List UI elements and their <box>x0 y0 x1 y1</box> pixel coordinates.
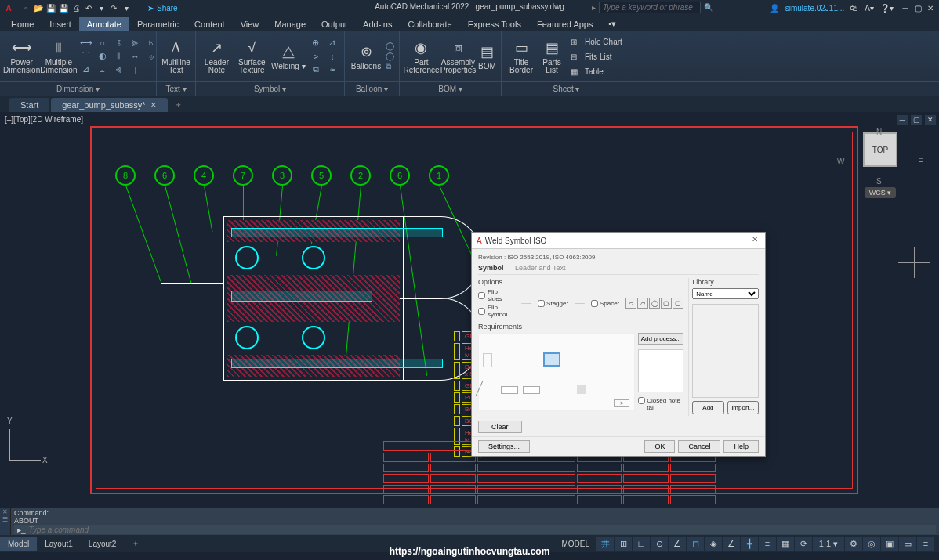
view-cube[interactable]: N E S W TOP WCS ▾ <box>837 128 923 203</box>
ident-btn-5[interactable]: ▢ <box>673 298 683 309</box>
add-process-button[interactable]: Add process... <box>638 333 683 345</box>
ok-button[interactable]: OK <box>644 440 675 453</box>
dialog-tab-leader[interactable]: Leader and Text <box>515 264 565 272</box>
settings-button[interactable]: Settings... <box>478 440 530 453</box>
balloon-5[interactable]: 5 <box>311 165 332 186</box>
doc-tab-start[interactable]: Start <box>9 98 49 112</box>
qat-redo-icon[interactable]: ↷ <box>108 2 119 13</box>
flip-sides-checkbox[interactable]: Flip sides <box>478 288 507 302</box>
dialog-titlebar[interactable]: AWeld Symbol ISO ✕ <box>472 233 765 249</box>
new-tab-button[interactable]: ＋ <box>169 97 187 112</box>
navcube-w[interactable]: W <box>837 157 844 166</box>
annoscale-icon[interactable]: 1:1 ▾ <box>813 537 844 551</box>
sym-tool-icon[interactable]: ↕ <box>325 50 339 62</box>
stagger-checkbox[interactable]: Stagger <box>538 300 568 307</box>
balloon-3[interactable]: 3 <box>272 165 292 186</box>
surface-texture-button[interactable]: √ Surface Texture <box>234 35 270 78</box>
user-name[interactable]: simulate.02J11... <box>785 4 845 13</box>
closed-note-checkbox[interactable]: Closed note tail <box>638 397 683 411</box>
qat-undo-icon[interactable]: ↶ <box>83 2 94 13</box>
dialog-close-button[interactable]: ✕ <box>749 235 760 246</box>
power-dimension-button[interactable]: ⟷ Power Dimension <box>3 35 40 78</box>
cmdline-close-icon[interactable]: ✕ <box>0 508 10 516</box>
dim-tool-icon[interactable]: ⫠ <box>96 63 110 75</box>
dim-tool-icon[interactable]: ⫱ <box>112 37 126 49</box>
tab-addins[interactable]: Add-ins <box>355 17 400 31</box>
model-space-label[interactable]: MODEL <box>555 537 596 551</box>
close-tab-icon[interactable]: ✕ <box>150 101 157 109</box>
cancel-button[interactable]: Cancel <box>678 440 720 453</box>
command-input[interactable] <box>29 526 933 534</box>
balloon-tool-icon[interactable]: ◯ <box>386 42 394 50</box>
dynamic-input-icon[interactable]: ╋ <box>741 537 758 551</box>
ident-btn-4[interactable]: ▢ <box>661 298 672 309</box>
dim-tool-icon[interactable]: ↔ <box>129 50 143 62</box>
fitslist-button[interactable]: ⊟Fits List <box>571 50 622 63</box>
app-switcher-icon[interactable]: A▾ <box>865 4 874 13</box>
tab-content[interactable]: Content <box>187 17 233 31</box>
multiline-text-button[interactable]: A Multiline Text <box>160 35 192 78</box>
qat-dropdown-icon[interactable]: ▾ <box>96 2 107 13</box>
navcube-s[interactable]: S <box>876 177 882 186</box>
cmdline-menu-icon[interactable]: ☰ <box>0 516 10 524</box>
panel-title-balloon[interactable]: Balloon ▾ <box>345 82 400 96</box>
ident-btn-2[interactable]: ▱ <box>637 298 648 309</box>
qat-plot-icon[interactable]: 🖨 <box>71 2 82 13</box>
dim-tool-icon[interactable]: ◐ <box>96 50 110 62</box>
navcube-e[interactable]: E <box>918 157 923 166</box>
tab-extra-icon[interactable]: ▪▾ <box>600 16 624 31</box>
navcube-face[interactable]: TOP <box>863 132 897 167</box>
part-reference-button[interactable]: ◉ Part Reference <box>403 35 440 78</box>
ident-btn-1[interactable]: ▱ <box>625 298 636 309</box>
app-logo-icon[interactable]: A <box>3 2 14 13</box>
isodraft-icon[interactable]: ∠ <box>669 537 686 551</box>
balloon-7[interactable]: 7 <box>233 165 253 186</box>
parts-list-button[interactable]: ▤ Parts List <box>538 35 566 78</box>
tab-featured[interactable]: Featured Apps <box>529 17 601 31</box>
leader-note-button[interactable]: ↗ Leader Note <box>199 35 234 78</box>
drawing-viewport[interactable]: [–][Top][2D Wireframe] ─ ▢ ✕ 8 6 4 7 3 5… <box>0 112 939 508</box>
balloon-tool-icon[interactable]: ◯ <box>386 52 394 60</box>
preview-expand-button[interactable]: > <box>614 399 629 407</box>
vp-minimize-icon[interactable]: ─ <box>897 115 908 125</box>
tab-output[interactable]: Output <box>314 17 355 31</box>
dim-tool-icon[interactable]: ⊿ <box>79 63 93 75</box>
clear-button[interactable]: Clear <box>478 421 522 433</box>
dim-tool-icon[interactable]: ⌒ <box>79 50 93 62</box>
process-list[interactable] <box>638 349 683 392</box>
balloon-1[interactable]: 1 <box>429 165 449 186</box>
welding-button[interactable]: ⧋ Welding ▾ <box>270 35 307 78</box>
tab-annotate[interactable]: Annotate <box>79 17 129 31</box>
navcube-n[interactable]: N <box>876 128 882 136</box>
search-chevron-icon[interactable]: ▸ <box>592 3 596 12</box>
minimize-button[interactable]: ─ <box>900 2 911 13</box>
tab-manage[interactable]: Manage <box>266 17 314 31</box>
close-button[interactable]: ✕ <box>925 2 936 13</box>
qat-save-icon[interactable]: 💾 <box>45 2 56 13</box>
library-dropdown[interactable]: Name <box>692 288 759 299</box>
viewport-controls-label[interactable]: [–][Top][2D Wireframe] <box>5 115 83 124</box>
panel-title-dimension[interactable]: Dimension ▾ <box>0 82 157 96</box>
panel-title-bom[interactable]: BOM ▾ <box>400 82 502 96</box>
balloon-2[interactable]: 2 <box>350 165 371 186</box>
tab-parametric[interactable]: Parametric <box>129 17 187 31</box>
layout-add-button[interactable]: ＋ <box>124 536 147 551</box>
assembly-properties-button[interactable]: ⧈ Assembly Properties <box>440 35 477 78</box>
command-prompt[interactable]: ▸_ <box>14 525 936 534</box>
dim-tool-icon[interactable]: ⫴ <box>112 50 126 62</box>
tab-insert[interactable]: Insert <box>42 17 79 31</box>
share-button[interactable]: ➤ Share <box>147 4 178 13</box>
cycling-icon[interactable]: ⟳ <box>795 537 812 551</box>
panel-title-symbol[interactable]: Symbol ▾ <box>196 82 345 96</box>
dim-tool-icon[interactable]: ⫸ <box>129 37 143 49</box>
table-button[interactable]: ▦Table <box>571 65 622 78</box>
multiple-dimension-button[interactable]: ⫴ Multiple Dimension <box>40 35 77 78</box>
layout-tab-2[interactable]: Layout2 <box>81 537 125 551</box>
flip-symbol-checkbox[interactable]: Flip symbol <box>478 304 507 318</box>
balloon-tool-icon[interactable]: ⧉ <box>386 62 394 71</box>
dim-tool-icon[interactable]: ⫷ <box>112 63 126 75</box>
sym-tool-icon[interactable]: ⊕ <box>309 37 323 49</box>
holechart-button[interactable]: ⊞Hole Chart <box>571 35 622 49</box>
basket-icon[interactable]: 🛍 <box>850 4 858 13</box>
qat-new-icon[interactable]: ▫ <box>20 2 31 13</box>
